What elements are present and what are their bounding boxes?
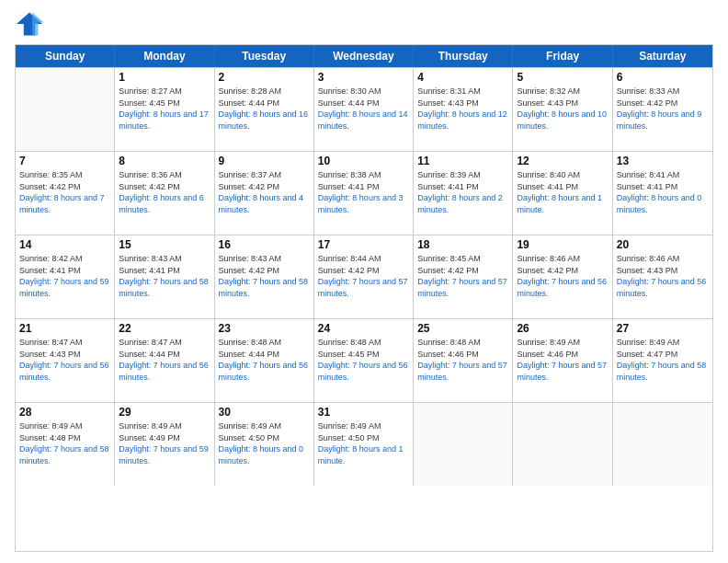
day-number: 1 [119,71,210,84]
calendar-row-5: 28Sunrise: 8:49 AMSunset: 4:48 PMDayligh… [16,402,712,486]
calendar-cell: 4Sunrise: 8:31 AMSunset: 4:43 PMDaylight… [414,68,513,151]
day-number: 3 [318,71,409,84]
day-number: 30 [219,406,310,419]
calendar-body: 1Sunrise: 8:27 AMSunset: 4:45 PMDaylight… [16,67,712,486]
day-info: Sunrise: 8:36 AMSunset: 4:42 PMDaylight:… [119,169,210,215]
day-info: Sunrise: 8:44 AMSunset: 4:42 PMDaylight:… [318,253,409,299]
day-info: Sunrise: 8:41 AMSunset: 4:41 PMDaylight:… [617,169,709,215]
calendar-cell: 28Sunrise: 8:49 AMSunset: 4:48 PMDayligh… [16,403,115,486]
calendar-cell: 3Sunrise: 8:30 AMSunset: 4:44 PMDaylight… [314,68,414,151]
day-number: 22 [119,322,210,335]
day-number: 26 [517,322,608,335]
day-info: Sunrise: 8:31 AMSunset: 4:43 PMDaylight:… [417,86,508,132]
day-info: Sunrise: 8:47 AMSunset: 4:44 PMDaylight:… [119,337,210,383]
header-day-thursday: Thursday [414,45,513,67]
day-info: Sunrise: 8:46 AMSunset: 4:42 PMDaylight:… [517,253,608,299]
day-info: Sunrise: 8:49 AMSunset: 4:47 PMDaylight:… [617,337,709,383]
day-number: 19 [517,238,608,251]
calendar-cell [16,68,115,151]
day-number: 31 [318,406,409,419]
calendar-row-4: 21Sunrise: 8:47 AMSunset: 4:43 PMDayligh… [16,318,712,402]
calendar-cell: 25Sunrise: 8:48 AMSunset: 4:46 PMDayligh… [414,319,513,402]
header-day-friday: Friday [513,45,612,67]
day-number: 14 [19,238,110,251]
calendar-cell: 24Sunrise: 8:48 AMSunset: 4:45 PMDayligh… [314,319,414,402]
day-info: Sunrise: 8:49 AMSunset: 4:50 PMDaylight:… [318,420,409,466]
day-info: Sunrise: 8:37 AMSunset: 4:42 PMDaylight:… [219,169,310,215]
day-info: Sunrise: 8:39 AMSunset: 4:41 PMDaylight:… [417,169,508,215]
day-number: 16 [219,238,310,251]
day-info: Sunrise: 8:35 AMSunset: 4:42 PMDaylight:… [19,169,110,215]
day-info: Sunrise: 8:32 AMSunset: 4:43 PMDaylight:… [517,86,608,132]
day-number: 12 [517,155,608,167]
day-number: 18 [417,238,508,251]
calendar-cell: 31Sunrise: 8:49 AMSunset: 4:50 PMDayligh… [314,403,414,486]
day-info: Sunrise: 8:48 AMSunset: 4:46 PMDaylight:… [417,337,508,383]
day-number: 20 [617,238,709,251]
day-number: 11 [417,155,508,167]
calendar-cell [414,403,513,486]
calendar-row-3: 14Sunrise: 8:42 AMSunset: 4:41 PMDayligh… [16,235,712,318]
day-number: 24 [318,322,409,335]
day-number: 23 [219,322,310,335]
logo [15,11,48,37]
day-info: Sunrise: 8:49 AMSunset: 4:50 PMDaylight:… [219,420,310,466]
calendar-cell: 29Sunrise: 8:49 AMSunset: 4:49 PMDayligh… [115,403,214,486]
day-number: 27 [617,322,709,335]
day-number: 9 [219,155,310,167]
day-number: 17 [318,238,409,251]
day-info: Sunrise: 8:49 AMSunset: 4:49 PMDaylight:… [119,420,210,466]
calendar-cell: 20Sunrise: 8:46 AMSunset: 4:43 PMDayligh… [613,236,712,318]
day-number: 2 [219,71,310,84]
day-info: Sunrise: 8:47 AMSunset: 4:43 PMDaylight:… [19,337,110,383]
calendar-cell: 17Sunrise: 8:44 AMSunset: 4:42 PMDayligh… [314,236,414,318]
header-day-tuesday: Tuesday [215,45,314,67]
day-info: Sunrise: 8:49 AMSunset: 4:46 PMDaylight:… [517,337,608,383]
day-info: Sunrise: 8:33 AMSunset: 4:42 PMDaylight:… [617,86,709,132]
day-info: Sunrise: 8:46 AMSunset: 4:43 PMDaylight:… [617,253,709,299]
day-info: Sunrise: 8:40 AMSunset: 4:41 PMDaylight:… [517,169,608,215]
header [15,11,713,37]
day-number: 28 [19,406,110,419]
calendar-cell: 30Sunrise: 8:49 AMSunset: 4:50 PMDayligh… [215,403,314,486]
calendar-cell: 11Sunrise: 8:39 AMSunset: 4:41 PMDayligh… [414,152,513,235]
calendar-cell: 16Sunrise: 8:43 AMSunset: 4:42 PMDayligh… [215,236,314,318]
calendar-cell: 14Sunrise: 8:42 AMSunset: 4:41 PMDayligh… [16,236,115,318]
svg-marker-0 [17,13,42,36]
day-number: 6 [617,71,709,84]
day-info: Sunrise: 8:49 AMSunset: 4:48 PMDaylight:… [19,420,110,466]
day-number: 15 [119,238,210,251]
calendar-cell: 7Sunrise: 8:35 AMSunset: 4:42 PMDaylight… [16,152,115,235]
calendar-cell [613,403,712,486]
day-number: 7 [19,155,110,167]
day-number: 21 [19,322,110,335]
day-number: 5 [517,71,608,84]
calendar: SundayMondayTuesdayWednesdayThursdayFrid… [15,44,713,552]
day-info: Sunrise: 8:38 AMSunset: 4:41 PMDaylight:… [318,169,409,215]
calendar-cell [513,403,612,486]
day-info: Sunrise: 8:42 AMSunset: 4:41 PMDaylight:… [19,253,110,299]
calendar-cell: 9Sunrise: 8:37 AMSunset: 4:42 PMDaylight… [215,152,314,235]
header-day-saturday: Saturday [613,45,712,67]
calendar-cell: 13Sunrise: 8:41 AMSunset: 4:41 PMDayligh… [613,152,712,235]
calendar-cell: 22Sunrise: 8:47 AMSunset: 4:44 PMDayligh… [115,319,214,402]
day-number: 8 [119,155,210,167]
calendar-cell: 5Sunrise: 8:32 AMSunset: 4:43 PMDaylight… [513,68,612,151]
calendar-row-2: 7Sunrise: 8:35 AMSunset: 4:42 PMDaylight… [16,151,712,235]
header-day-monday: Monday [115,45,214,67]
calendar-cell: 1Sunrise: 8:27 AMSunset: 4:45 PMDaylight… [115,68,214,151]
day-info: Sunrise: 8:43 AMSunset: 4:42 PMDaylight:… [219,253,310,299]
day-info: Sunrise: 8:28 AMSunset: 4:44 PMDaylight:… [219,86,310,132]
calendar-row-1: 1Sunrise: 8:27 AMSunset: 4:45 PMDaylight… [16,67,712,151]
calendar-cell: 18Sunrise: 8:45 AMSunset: 4:42 PMDayligh… [414,236,513,318]
day-number: 10 [318,155,409,167]
header-day-wednesday: Wednesday [314,45,414,67]
day-number: 13 [617,155,709,167]
calendar-cell: 26Sunrise: 8:49 AMSunset: 4:46 PMDayligh… [513,319,612,402]
calendar-cell: 27Sunrise: 8:49 AMSunset: 4:47 PMDayligh… [613,319,712,402]
day-number: 25 [417,322,508,335]
calendar-cell: 2Sunrise: 8:28 AMSunset: 4:44 PMDaylight… [215,68,314,151]
calendar-cell: 6Sunrise: 8:33 AMSunset: 4:42 PMDaylight… [613,68,712,151]
page: SundayMondayTuesdayWednesdayThursdayFrid… [0,0,728,563]
calendar-cell: 21Sunrise: 8:47 AMSunset: 4:43 PMDayligh… [16,319,115,402]
